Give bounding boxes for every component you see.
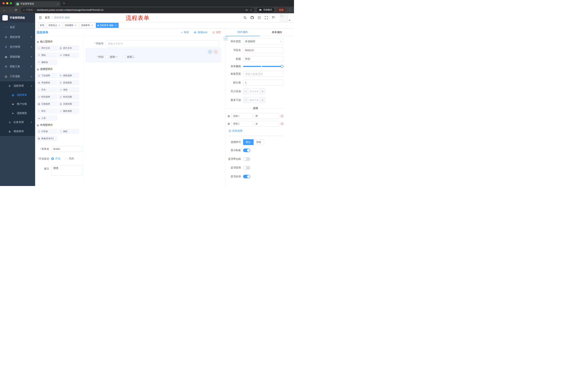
security-warning-icon[interactable]: ⚠ [23, 9, 25, 11]
font-size-icon[interactable]: TT [271, 15, 276, 20]
palette-item-button[interactable]: ☝按钮 [58, 129, 79, 134]
app-logo[interactable]: 芋道管理系统 [0, 13, 35, 22]
option-label-input[interactable] [231, 121, 252, 127]
tag-home[interactable]: 首页 [38, 23, 46, 28]
reload-button[interactable]: ⟳ [13, 8, 19, 12]
palette-item-multi-text[interactable]: ▤多行文本 [58, 45, 79, 51]
palette-item-counter[interactable]: 123计数器 [58, 53, 79, 58]
palette-item-slider[interactable]: ⊸滑块 [58, 87, 79, 93]
sidebar-item-leave-query[interactable]: ♟ 请假查询 [0, 127, 35, 136]
sidebar-item-payment-management[interactable]: ¥ 支付管理 ▼ [0, 42, 35, 52]
palette-item-row-container[interactable]: ◫行容器 [36, 129, 57, 134]
palette-item-upload[interactable]: ☁上传 [36, 115, 57, 121]
help-icon[interactable]: ? [257, 15, 262, 20]
tag-close-icon[interactable]: × [58, 24, 61, 27]
required-toggle[interactable] [243, 175, 250, 178]
clear-button[interactable]: 清空 [212, 31, 221, 34]
breadcrumb-home-link[interactable]: 首页 [45, 16, 50, 19]
option-label-input[interactable] [231, 113, 252, 119]
view-json-button[interactable]: 查看json [194, 31, 207, 34]
tag-process-model[interactable]: 流程模型 × [63, 23, 79, 28]
save-button[interactable]: ✓ 保存 [181, 31, 189, 34]
palette-item-rate[interactable]: ☆评分 [36, 108, 57, 114]
label-width-input[interactable] [243, 71, 284, 77]
border-toggle[interactable] [243, 157, 250, 161]
sidebar-item-workflow[interactable]: ▥ 工作流程 ▲ [0, 72, 35, 81]
palette-item-time-range[interactable]: ◴时间范围 [58, 94, 79, 100]
option-value-input[interactable] [254, 121, 279, 127]
update-button[interactable]: 更新 [276, 8, 286, 12]
drag-handle-icon[interactable] [227, 122, 230, 125]
palette-item-date-range[interactable]: ▥日期范围 [58, 101, 79, 107]
bookmark-star-icon[interactable]: ☆ [250, 8, 252, 12]
sidebar-item-process-management[interactable]: ≣ 流程管理 ▲ [0, 81, 35, 90]
drag-handle-icon[interactable] [227, 115, 230, 117]
tab-form-props[interactable]: 表单属性 [260, 29, 294, 36]
browser-menu-icon[interactable]: ⋮ [288, 8, 291, 12]
plus-button[interactable]: + [260, 97, 265, 103]
tab-close-icon[interactable]: × [57, 2, 59, 5]
sidebar-item-system-management[interactable]: ⚙ 系统管理 ▼ [0, 32, 35, 42]
tag-process-definition[interactable]: 流程定义 × [47, 23, 62, 28]
palette-item-checkbox-group[interactable]: ☑多选框组 [58, 80, 79, 85]
palette-item-radio-group[interactable]: ◉单选框组 [36, 80, 57, 85]
tag-close-icon[interactable]: × [74, 24, 77, 27]
tag-close-icon[interactable]: × [91, 24, 93, 27]
palette-item-password[interactable]: ✳密码 [36, 53, 57, 58]
field-name-input[interactable] [243, 47, 284, 53]
form-name-input[interactable] [51, 146, 82, 152]
gender-option-2-checkbox[interactable]: 选项二 [123, 55, 135, 59]
address-bar[interactable]: ⚠ 不安全 dashboard.yudao.iocoder.cn/bpm/man… [21, 8, 254, 12]
remove-option-icon[interactable] [281, 115, 284, 117]
min-select-input[interactable] [249, 89, 260, 94]
add-option-button[interactable]: 添加选项 [229, 129, 284, 132]
palette-item-time-picker[interactable]: ◷时间选择 [36, 94, 57, 100]
password-key-icon[interactable] [244, 8, 249, 12]
palette-item-single-text[interactable]: ▭单行文本 [36, 45, 57, 51]
palette-item-color-picker[interactable]: ◑颜色选择 [58, 108, 79, 114]
fullscreen-icon[interactable] [264, 15, 269, 20]
window-zoom-button[interactable] [10, 2, 12, 4]
sidebar-item-process-form[interactable]: ▤ 流程表单 [0, 90, 35, 100]
sidebar-toggle-icon[interactable] [35, 16, 45, 19]
delete-component-button[interactable] [214, 50, 218, 54]
remove-option-icon[interactable] [281, 122, 284, 125]
palette-item-cascader[interactable]: ⋔级联选择 [58, 73, 79, 78]
max-select-input[interactable] [249, 97, 260, 103]
sidebar-item-user-group[interactable]: ☻ 用户分组 [0, 100, 35, 109]
show-label-toggle[interactable] [243, 149, 250, 152]
phone-input[interactable] [106, 40, 219, 47]
default-value-input[interactable] [243, 80, 284, 85]
browser-tab[interactable]: 芋道管理系统 × [15, 1, 60, 7]
github-icon[interactable] [250, 15, 254, 20]
tag-close-icon[interactable]: × [115, 24, 117, 27]
option-value-input[interactable] [254, 113, 279, 119]
slider-handle[interactable] [281, 65, 284, 68]
selected-component-block[interactable]: *性别 选项一 选项二 [85, 48, 221, 63]
window-close-button[interactable] [2, 2, 5, 4]
search-icon[interactable] [243, 15, 247, 20]
forward-button[interactable]: → [8, 8, 13, 12]
sidebar-item-home[interactable]: ◔ 首页 [0, 22, 35, 32]
url-text[interactable]: dashboard.yudao.iocoder.cn/bpm/manager/f… [37, 9, 243, 11]
tag-process-form[interactable]: 流程表单 × [80, 23, 95, 28]
copy-component-button[interactable] [208, 50, 212, 54]
grid-slider[interactable] [243, 66, 282, 67]
sidebar-item-dev-tools[interactable]: ⚒ 研发工具 ▼ [0, 62, 35, 72]
gender-option-1-checkbox[interactable]: 选项一 [106, 55, 117, 59]
status-off-radio[interactable]: 关闭 [65, 157, 74, 160]
palette-item-switch[interactable]: ◐开关 [36, 87, 57, 93]
palette-item-date-picker[interactable]: ▦日期选择 [36, 101, 57, 107]
new-tab-button[interactable]: + [63, 1, 65, 5]
avatar[interactable] [280, 13, 288, 22]
style-default-button[interactable]: 默认 [243, 139, 254, 145]
minus-button[interactable]: − [243, 89, 249, 94]
plus-button[interactable]: + [260, 89, 265, 94]
minus-button[interactable]: − [243, 97, 249, 103]
sidebar-item-task-management[interactable]: ⋔ 任务管理 ▼ [0, 118, 35, 127]
tag-process-form-edit[interactable]: 流程表单-编辑 × [96, 23, 119, 28]
remark-textarea[interactable]: 嘿嘿 [51, 166, 82, 176]
title-input[interactable] [243, 56, 284, 62]
sidebar-item-process-model[interactable]: ➤ 流程模型 [0, 109, 35, 118]
tab-component-props[interactable]: 组件属性 [226, 29, 260, 36]
